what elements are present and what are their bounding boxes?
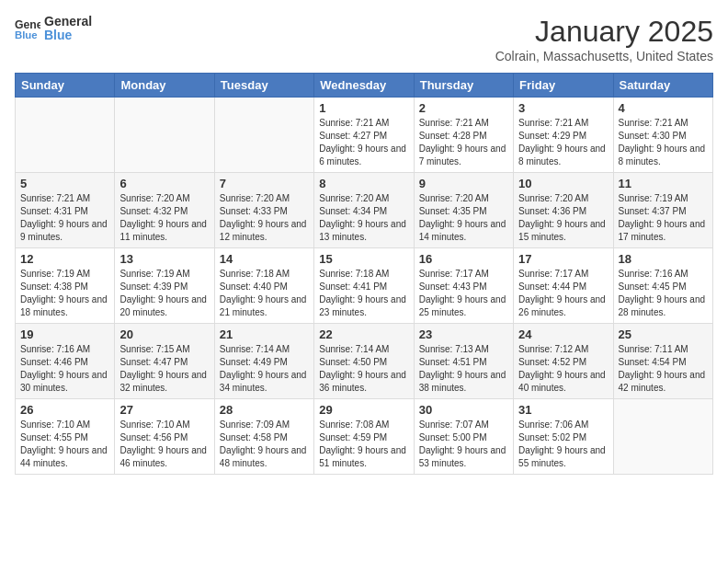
table-row: 30Sunrise: 7:07 AM Sunset: 5:00 PM Dayli… xyxy=(414,399,513,475)
page-header: General Blue General Blue January 2025 C… xyxy=(15,15,713,63)
table-row: 4Sunrise: 7:21 AM Sunset: 4:30 PM Daylig… xyxy=(613,98,712,173)
day-number: 8 xyxy=(319,177,408,190)
day-number: 7 xyxy=(220,177,309,190)
table-row: 3Sunrise: 7:21 AM Sunset: 4:29 PM Daylig… xyxy=(514,98,613,173)
month-title: January 2025 xyxy=(495,15,713,49)
calendar-week-row: 26Sunrise: 7:10 AM Sunset: 4:55 PM Dayli… xyxy=(16,399,713,475)
day-info: Sunrise: 7:15 AM Sunset: 4:47 PM Dayligh… xyxy=(119,343,209,395)
day-number: 4 xyxy=(619,101,708,115)
day-number: 18 xyxy=(619,252,708,266)
calendar-week-row: 12Sunrise: 7:19 AM Sunset: 4:38 PM Dayli… xyxy=(16,248,713,324)
day-number: 9 xyxy=(419,177,508,190)
table-row: 2Sunrise: 7:21 AM Sunset: 4:28 PM Daylig… xyxy=(414,98,513,173)
day-number: 10 xyxy=(518,177,608,190)
day-number: 25 xyxy=(619,327,708,341)
day-number: 29 xyxy=(319,403,408,417)
table-row: 25Sunrise: 7:11 AM Sunset: 4:54 PM Dayli… xyxy=(613,324,712,399)
calendar-header-row: SundayMondayTuesdayWednesdayThursdayFrid… xyxy=(16,74,713,98)
day-info: Sunrise: 7:13 AM Sunset: 4:51 PM Dayligh… xyxy=(419,343,508,395)
header-sunday: Sunday xyxy=(16,74,115,98)
header-tuesday: Tuesday xyxy=(214,74,313,98)
calendar: SundayMondayTuesdayWednesdayThursdayFrid… xyxy=(15,73,713,475)
day-number: 19 xyxy=(20,327,109,341)
day-info: Sunrise: 7:10 AM Sunset: 4:55 PM Dayligh… xyxy=(20,419,109,470)
day-number: 12 xyxy=(20,252,109,266)
day-number: 16 xyxy=(419,252,508,266)
header-thursday: Thursday xyxy=(414,74,513,98)
day-number: 3 xyxy=(518,101,608,115)
calendar-week-row: 5Sunrise: 7:21 AM Sunset: 4:31 PM Daylig… xyxy=(16,173,713,248)
day-number: 28 xyxy=(220,403,309,417)
calendar-week-row: 1Sunrise: 7:21 AM Sunset: 4:27 PM Daylig… xyxy=(16,98,713,173)
day-number: 24 xyxy=(518,327,608,341)
title-block: January 2025 Colrain, Massachusetts, Uni… xyxy=(495,15,713,63)
day-info: Sunrise: 7:19 AM Sunset: 4:37 PM Dayligh… xyxy=(619,192,708,244)
day-info: Sunrise: 7:08 AM Sunset: 4:59 PM Dayligh… xyxy=(319,419,408,470)
day-number: 17 xyxy=(518,252,608,266)
table-row: 6Sunrise: 7:20 AM Sunset: 4:32 PM Daylig… xyxy=(115,173,214,248)
day-number: 26 xyxy=(20,403,109,417)
table-row: 9Sunrise: 7:20 AM Sunset: 4:35 PM Daylig… xyxy=(414,173,513,248)
day-info: Sunrise: 7:18 AM Sunset: 4:41 PM Dayligh… xyxy=(319,268,408,319)
logo-text-blue: Blue xyxy=(44,29,92,42)
day-number: 5 xyxy=(20,177,109,190)
table-row: 5Sunrise: 7:21 AM Sunset: 4:31 PM Daylig… xyxy=(16,173,115,248)
day-info: Sunrise: 7:21 AM Sunset: 4:27 PM Dayligh… xyxy=(319,117,408,168)
table-row: 28Sunrise: 7:09 AM Sunset: 4:58 PM Dayli… xyxy=(214,399,313,475)
day-number: 30 xyxy=(419,403,508,417)
day-info: Sunrise: 7:14 AM Sunset: 4:50 PM Dayligh… xyxy=(319,343,408,395)
day-info: Sunrise: 7:10 AM Sunset: 4:56 PM Dayligh… xyxy=(119,419,209,470)
table-row: 31Sunrise: 7:06 AM Sunset: 5:02 PM Dayli… xyxy=(514,399,613,475)
table-row: 13Sunrise: 7:19 AM Sunset: 4:39 PM Dayli… xyxy=(115,248,214,324)
day-info: Sunrise: 7:21 AM Sunset: 4:30 PM Dayligh… xyxy=(619,117,708,168)
header-monday: Monday xyxy=(115,74,214,98)
header-friday: Friday xyxy=(514,74,613,98)
day-info: Sunrise: 7:20 AM Sunset: 4:34 PM Dayligh… xyxy=(319,192,408,244)
day-number: 11 xyxy=(619,177,708,190)
day-info: Sunrise: 7:20 AM Sunset: 4:35 PM Dayligh… xyxy=(419,192,508,244)
location: Colrain, Massachusetts, United States xyxy=(495,49,713,63)
logo-text-general: General xyxy=(44,15,92,29)
table-row: 17Sunrise: 7:17 AM Sunset: 4:44 PM Dayli… xyxy=(514,248,613,324)
day-info: Sunrise: 7:21 AM Sunset: 4:31 PM Dayligh… xyxy=(20,192,109,244)
day-info: Sunrise: 7:06 AM Sunset: 5:02 PM Dayligh… xyxy=(518,419,608,470)
day-info: Sunrise: 7:20 AM Sunset: 4:36 PM Dayligh… xyxy=(518,192,608,244)
table-row xyxy=(214,98,313,173)
day-number: 1 xyxy=(319,101,408,115)
day-number: 22 xyxy=(319,327,408,341)
day-info: Sunrise: 7:21 AM Sunset: 4:28 PM Dayligh… xyxy=(419,117,508,168)
day-info: Sunrise: 7:20 AM Sunset: 4:32 PM Dayligh… xyxy=(119,192,209,244)
table-row: 1Sunrise: 7:21 AM Sunset: 4:27 PM Daylig… xyxy=(314,98,414,173)
table-row: 20Sunrise: 7:15 AM Sunset: 4:47 PM Dayli… xyxy=(115,324,214,399)
table-row: 27Sunrise: 7:10 AM Sunset: 4:56 PM Dayli… xyxy=(115,399,214,475)
header-saturday: Saturday xyxy=(613,74,712,98)
table-row: 10Sunrise: 7:20 AM Sunset: 4:36 PM Dayli… xyxy=(514,173,613,248)
day-info: Sunrise: 7:17 AM Sunset: 4:44 PM Dayligh… xyxy=(518,268,608,319)
day-info: Sunrise: 7:19 AM Sunset: 4:39 PM Dayligh… xyxy=(119,268,209,319)
day-info: Sunrise: 7:18 AM Sunset: 4:40 PM Dayligh… xyxy=(220,268,309,319)
day-number: 23 xyxy=(419,327,508,341)
table-row: 16Sunrise: 7:17 AM Sunset: 4:43 PM Dayli… xyxy=(414,248,513,324)
day-info: Sunrise: 7:11 AM Sunset: 4:54 PM Dayligh… xyxy=(619,343,708,395)
day-number: 2 xyxy=(419,101,508,115)
day-number: 31 xyxy=(518,403,608,417)
table-row: 22Sunrise: 7:14 AM Sunset: 4:50 PM Dayli… xyxy=(314,324,414,399)
day-info: Sunrise: 7:16 AM Sunset: 4:46 PM Dayligh… xyxy=(20,343,109,395)
day-info: Sunrise: 7:09 AM Sunset: 4:58 PM Dayligh… xyxy=(220,419,309,470)
day-info: Sunrise: 7:17 AM Sunset: 4:43 PM Dayligh… xyxy=(419,268,508,319)
day-number: 13 xyxy=(119,252,209,266)
day-info: Sunrise: 7:16 AM Sunset: 4:45 PM Dayligh… xyxy=(619,268,708,319)
table-row: 8Sunrise: 7:20 AM Sunset: 4:34 PM Daylig… xyxy=(314,173,414,248)
day-number: 14 xyxy=(220,252,309,266)
table-row xyxy=(16,98,115,173)
table-row: 29Sunrise: 7:08 AM Sunset: 4:59 PM Dayli… xyxy=(314,399,414,475)
table-row: 7Sunrise: 7:20 AM Sunset: 4:33 PM Daylig… xyxy=(214,173,313,248)
day-info: Sunrise: 7:14 AM Sunset: 4:49 PM Dayligh… xyxy=(220,343,309,395)
table-row: 24Sunrise: 7:12 AM Sunset: 4:52 PM Dayli… xyxy=(514,324,613,399)
day-info: Sunrise: 7:12 AM Sunset: 4:52 PM Dayligh… xyxy=(518,343,608,395)
day-number: 6 xyxy=(119,177,209,190)
logo: General Blue General Blue xyxy=(15,15,92,43)
svg-text:Blue: Blue xyxy=(15,29,38,40)
table-row: 12Sunrise: 7:19 AM Sunset: 4:38 PM Dayli… xyxy=(16,248,115,324)
day-info: Sunrise: 7:21 AM Sunset: 4:29 PM Dayligh… xyxy=(518,117,608,168)
